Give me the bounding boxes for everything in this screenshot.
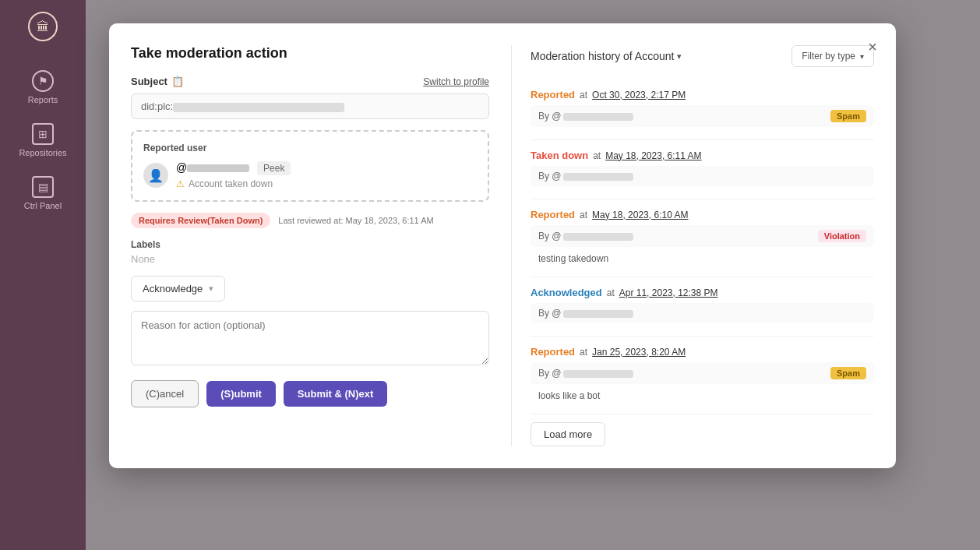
- sidebar-item-repositories-label: Repositories: [19, 148, 66, 157]
- history-entry-1: Reported at Oct 30, 2023, 2:17 PM By @ S…: [531, 79, 874, 140]
- filter-label: Filter by type: [802, 51, 855, 62]
- entry-at-5: at: [580, 347, 587, 358]
- sidebar-item-repositories[interactable]: ⊞ Repositories: [0, 114, 86, 167]
- submit-button[interactable]: (S)ubmit: [206, 381, 276, 407]
- peek-button[interactable]: Peek: [257, 161, 291, 175]
- app-logo: 🏛: [24, 8, 62, 45]
- entry-by-3: By @: [538, 231, 633, 242]
- entry-by-row-1: By @ Spam: [531, 105, 874, 127]
- entry-type-2: Taken down: [531, 150, 588, 161]
- entry-type-5: Reported: [531, 346, 575, 358]
- entry-tag-1: Spam: [830, 110, 866, 122]
- entry-at-4: at: [607, 287, 615, 298]
- action-buttons-row: (C)ancel (S)ubmit Submit & (N)ext: [131, 380, 489, 407]
- last-reviewed-text: Last reviewed at: May 18, 2023, 6:11 AM: [278, 216, 433, 225]
- entry-date-4: Apr 11, 2023, 12:38 PM: [619, 287, 718, 298]
- entry-at-2: at: [593, 150, 601, 161]
- load-more-button[interactable]: Load more: [531, 422, 605, 446]
- status-badges-row: Requires Review(Taken Down) Last reviewe…: [131, 213, 489, 228]
- reason-textarea[interactable]: [131, 311, 489, 365]
- submit-next-button[interactable]: Submit & (N)ext: [284, 381, 388, 407]
- entry-date-1: Oct 30, 2023, 2:17 PM: [592, 90, 686, 100]
- user-handle-row: @ Peek: [176, 161, 291, 174]
- switch-to-profile-link[interactable]: Switch to profile: [423, 76, 489, 87]
- entry-header-5: Reported at Jan 25, 2023, 8:20 AM: [531, 346, 874, 358]
- subject-input-display: did:plc:: [131, 93, 489, 119]
- repositories-icon: ⊞: [32, 123, 54, 145]
- history-entry-5: Reported at Jan 25, 2023, 8:20 AM By @ S…: [531, 337, 874, 414]
- entry-header-2: Taken down at May 18, 2023, 6:11 AM: [531, 150, 874, 161]
- entry-by-row-3: By @ Violation: [531, 225, 874, 247]
- history-title: Moderation history of Account ▾: [531, 50, 682, 62]
- labels-title: Labels: [131, 239, 489, 250]
- account-taken-down: ⚠ Account taken down: [176, 178, 291, 189]
- entry-by-1: By @: [538, 111, 633, 122]
- entry-type-4: Acknowledged: [531, 287, 602, 298]
- entry-date-3: May 18, 2023, 6:10 AM: [592, 210, 688, 220]
- entry-tag-3: Violation: [818, 230, 866, 242]
- entry-date-2: May 18, 2023, 6:11 AM: [605, 150, 701, 161]
- user-avatar: 👤: [143, 163, 168, 188]
- entry-header-3: Reported at May 18, 2023, 6:10 AM: [531, 209, 874, 220]
- sidebar-item-ctrl-panel-label: Ctrl Panel: [24, 201, 62, 210]
- entry-by-5: By @: [538, 368, 633, 379]
- at-prefix: @: [176, 161, 187, 174]
- modal-close-button[interactable]: ×: [862, 36, 883, 58]
- entry-at-1: at: [580, 90, 587, 100]
- sidebar-item-reports[interactable]: ⚑ Reports: [0, 61, 86, 114]
- entry-note-5: looks like a bot: [531, 387, 874, 404]
- sidebar-item-reports-label: Reports: [28, 95, 58, 104]
- entry-at-3: at: [580, 210, 587, 220]
- action-chevron-icon: ▾: [209, 284, 213, 294]
- entry-type-3: Reported: [531, 209, 575, 220]
- history-entry-4: Acknowledged at Apr 11, 2023, 12:38 PM B…: [531, 277, 874, 337]
- subject-label-text: Subject: [131, 76, 167, 87]
- ctrl-panel-icon: ▤: [32, 176, 54, 198]
- modal-dialog: × Take moderation action Subject 📋 Switc…: [109, 23, 896, 468]
- action-select-value: Acknowledge: [143, 283, 203, 294]
- entry-note-3: testing takedown: [531, 250, 874, 267]
- subject-label: Subject 📋: [131, 76, 184, 87]
- entry-by-row-4: By @: [531, 303, 874, 323]
- entry-date-5: Jan 25, 2023, 8:20 AM: [592, 347, 686, 358]
- entry-by-4: By @: [538, 308, 633, 319]
- history-entry-2: Taken down at May 18, 2023, 6:11 AM By @: [531, 140, 874, 199]
- user-info: @ Peek ⚠ Account taken down: [176, 161, 291, 189]
- svg-text:🏛: 🏛: [37, 20, 49, 33]
- status-badge: Requires Review(Taken Down): [131, 213, 270, 228]
- modal-overlay: × Take moderation action Subject 📋 Switc…: [86, 0, 980, 550]
- entry-type-1: Reported: [531, 89, 575, 100]
- modal-left-panel: Take moderation action Subject 📋 Switch …: [131, 45, 489, 446]
- warn-icon: ⚠: [176, 178, 185, 189]
- history-entry-3: Reported at May 18, 2023, 6:10 AM By @ V…: [531, 199, 874, 277]
- user-row: 👤 @ Peek ⚠ Account taken down: [143, 161, 477, 189]
- history-header: Moderation history of Account ▾ Filter b…: [531, 45, 874, 67]
- entry-by-row-5: By @ Spam: [531, 362, 874, 384]
- copy-icon: 📋: [171, 76, 184, 87]
- reported-user-box: Reported user 👤 @ Peek ⚠ Account taken d…: [131, 130, 489, 202]
- sidebar-item-ctrl-panel[interactable]: ▤ Ctrl Panel: [0, 167, 86, 220]
- reports-icon: ⚑: [32, 70, 54, 92]
- entry-header-1: Reported at Oct 30, 2023, 2:17 PM: [531, 89, 874, 100]
- modal-title: Take moderation action: [131, 45, 489, 62]
- modal-right-panel: Moderation history of Account ▾ Filter b…: [511, 45, 874, 446]
- entry-header-4: Acknowledged at Apr 11, 2023, 12:38 PM: [531, 287, 874, 298]
- sidebar: 🏛 ⚑ Reports ⊞ Repositories ▤ Ctrl Panel: [0, 0, 86, 550]
- entry-tag-5: Spam: [830, 367, 866, 379]
- labels-section: Labels None: [131, 239, 489, 265]
- action-select-dropdown[interactable]: Acknowledge ▾: [131, 276, 225, 301]
- history-entries: Reported at Oct 30, 2023, 2:17 PM By @ S…: [531, 79, 874, 414]
- entry-by-2: By @: [538, 171, 633, 182]
- cancel-button[interactable]: (C)ancel: [131, 380, 199, 407]
- labels-value: None: [131, 253, 489, 265]
- subject-row: Subject 📋 Switch to profile: [131, 76, 489, 87]
- entry-by-row-2: By @: [531, 166, 874, 186]
- reported-user-label: Reported user: [143, 143, 477, 153]
- history-title-chevron: ▾: [677, 51, 682, 62]
